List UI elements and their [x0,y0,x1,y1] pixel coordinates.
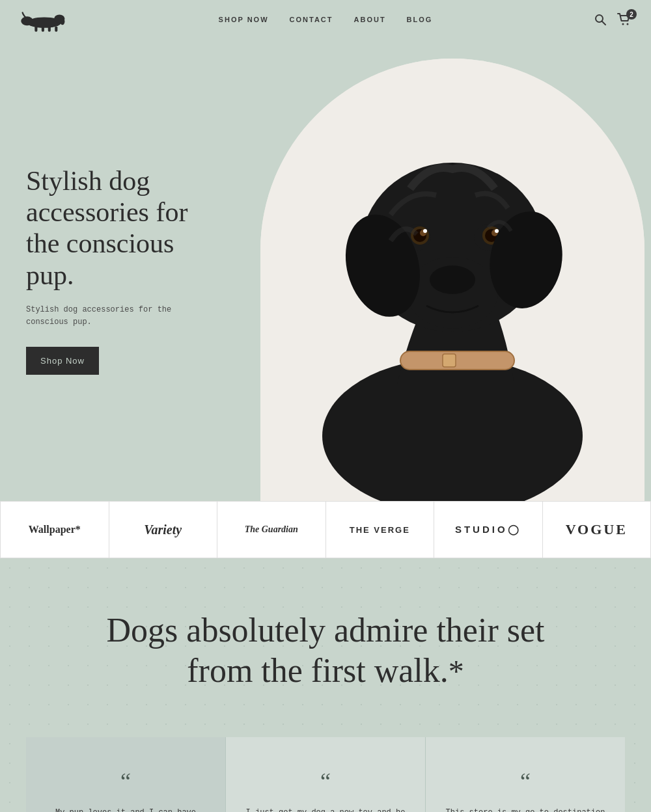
wallpaper-logo: Wallpaper* [29,524,81,535]
svg-point-29 [495,229,499,233]
cart-button[interactable]: 2 [617,13,631,26]
nav-shop-now[interactable]: SHOP NOW [219,16,269,23]
nav-contact[interactable]: CONTACT [290,16,333,23]
svg-rect-6 [48,27,51,32]
quote-mark-3: “ [445,770,605,793]
testimonial-section: Dogs absolutely admire their set from th… [0,558,651,812]
nav-icons: 2 [594,13,631,26]
nav-about[interactable]: ABOUT [354,16,386,23]
studio-logo: STUDIO◯ [455,524,521,535]
svg-rect-4 [35,27,37,32]
review-text-1: My pup loves it and I can have peace of … [46,806,206,812]
svg-line-9 [602,21,606,25]
logo-dog-icon [20,7,65,33]
press-bar: Wallpaper* Variety The Guardian THE VERG… [0,501,651,558]
guardian-logo: The Guardian [245,524,298,535]
search-button[interactable] [594,13,607,26]
svg-rect-5 [42,27,44,32]
shop-now-button[interactable]: Shop Now [26,347,99,375]
reviews-row: “ My pup loves it and I can have peace o… [26,737,625,812]
navigation: SHOP NOW CONTACT ABOUT BLOG 2 [0,0,651,39]
variety-logo: Variety [144,522,182,537]
hero-section: Stylish dog accessories for the consciou… [0,39,651,501]
svg-point-10 [622,23,624,25]
press-wallpaper: Wallpaper* [1,502,109,558]
vogue-logo: VOGUE [566,521,628,538]
review-text-3: This store is my go-to destination for a… [445,806,605,812]
svg-point-11 [627,23,629,25]
review-card-3: “ This store is my go-to destination for… [426,737,625,812]
review-card-1: “ My pup loves it and I can have peace o… [26,737,226,812]
cart-count: 2 [626,9,637,20]
testimonial-heading: Dogs absolutely admire their set from th… [98,610,553,692]
svg-rect-16 [443,354,456,367]
press-verge: THE VERGE [326,502,435,558]
quote-mark-1: “ [46,770,206,793]
quote-mark-2: “ [245,770,406,793]
verge-logo: THE VERGE [350,525,410,535]
svg-point-24 [423,229,427,233]
review-text-2: I just got my dog a new toy and he absol… [245,806,406,812]
hero-arch [260,59,644,501]
press-variety: Variety [109,502,218,558]
review-card-2: “ I just got my dog a new toy and he abs… [226,737,426,812]
hero-title: Stylish dog accessories for the consciou… [26,165,195,291]
svg-point-19 [430,265,475,294]
svg-point-3 [60,18,64,25]
press-studio: STUDIO◯ [434,502,543,558]
hero-subtitle: Stylish dog accessories for the consciou… [26,304,195,329]
asterisk: * [449,654,464,688]
nav-blog[interactable]: BLOG [407,16,433,23]
press-guardian: The Guardian [217,502,326,558]
nav-links: SHOP NOW CONTACT ABOUT BLOG [219,16,433,23]
svg-rect-14 [400,351,514,370]
hero-image-container [251,39,651,501]
logo[interactable] [20,7,65,33]
hero-text: Stylish dog accessories for the consciou… [0,165,221,375]
dog-portrait [260,59,644,501]
press-vogue: VOGUE [543,502,651,558]
search-icon [594,13,607,26]
svg-rect-7 [55,27,57,32]
